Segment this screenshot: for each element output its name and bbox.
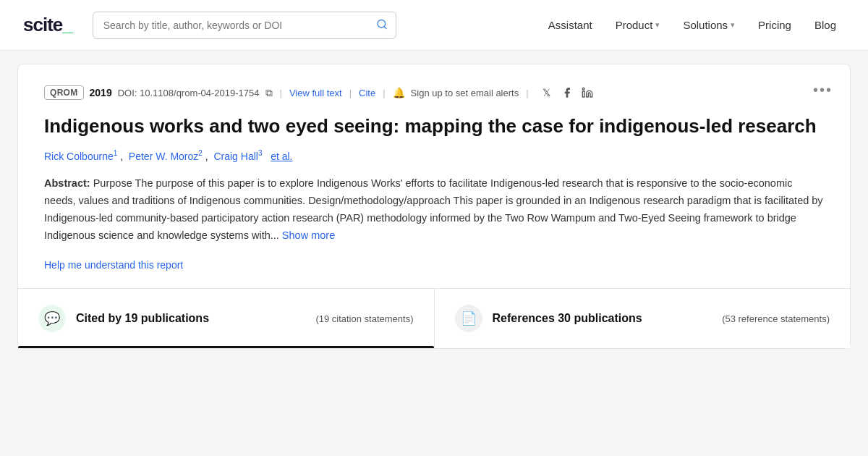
cited-by-count-text: (19 citation statements) xyxy=(315,313,413,324)
references-icon: 📄 xyxy=(455,305,482,332)
twitter-icon[interactable]: 𝕏 xyxy=(539,85,555,101)
nav-product[interactable]: Product ▾ xyxy=(607,13,669,37)
svg-line-1 xyxy=(384,26,386,28)
solutions-chevron-icon: ▾ xyxy=(731,20,735,30)
navbar: scite_ Assistant Product ▾ Solutions ▾ P… xyxy=(0,0,868,51)
help-report-link[interactable]: Help me understand this report xyxy=(44,259,183,271)
abstract-label: Abstract: xyxy=(44,177,90,189)
linkedin-icon[interactable] xyxy=(579,85,595,101)
product-chevron-icon: ▾ xyxy=(655,20,660,30)
nav-blog[interactable]: Blog xyxy=(806,13,845,37)
bell-icon: 🔔 xyxy=(393,87,405,98)
alert-text: Sign up to set email alerts xyxy=(411,88,519,98)
search-icon xyxy=(376,18,388,32)
cited-by-text: Cited by 19 publications xyxy=(76,311,209,326)
references-count-text: (53 reference statements) xyxy=(722,313,830,324)
cited-by-icon: 💬 xyxy=(38,305,66,332)
journal-badge: QROM xyxy=(44,85,84,100)
social-icons: 𝕏 xyxy=(539,85,595,101)
authors-list: Rick Colbourne1 , Peter W. Moroz2 , Crai… xyxy=(44,149,824,162)
facebook-icon[interactable] xyxy=(559,85,575,101)
separator-1: | xyxy=(280,88,282,98)
more-options-button[interactable]: ••• xyxy=(813,82,833,98)
nav-links: Assistant Product ▾ Solutions ▾ Pricing … xyxy=(540,13,845,37)
tab-references[interactable]: 📄 References 30 publications (53 referen… xyxy=(435,289,851,348)
copy-doi-icon[interactable]: ⧉ xyxy=(265,87,273,99)
abstract-text: Abstract: Purpose The purpose of this pa… xyxy=(44,175,824,245)
author-3[interactable]: Craig Hall3 xyxy=(213,151,265,162)
references-text: References 30 publications xyxy=(493,311,642,326)
paper-title: Indigenous works and two eyed seeing: ma… xyxy=(44,114,824,139)
doi-text: DOI: 10.1108/qrom-04-2019-1754 xyxy=(118,88,260,98)
tabs-row: 💬 Cited by 19 publications (19 citation … xyxy=(18,288,850,348)
logo-underscore: _ xyxy=(62,14,72,35)
svg-rect-2 xyxy=(582,91,584,97)
cite-link[interactable]: Cite xyxy=(359,88,375,98)
references-count: (53 reference statements) xyxy=(722,312,830,326)
meta-bar: QROM 2019 DOI: 10.1108/qrom-04-2019-1754… xyxy=(44,85,824,101)
show-more-link[interactable]: Show more xyxy=(282,229,335,241)
nav-pricing[interactable]: Pricing xyxy=(749,13,800,37)
author-2[interactable]: Peter W. Moroz2 xyxy=(129,151,205,162)
references-label: References 30 publications xyxy=(493,311,642,326)
abstract-body: Purpose The purpose of this paper is to … xyxy=(44,177,823,241)
nav-assistant[interactable]: Assistant xyxy=(540,13,601,37)
tab-cited-by[interactable]: 💬 Cited by 19 publications (19 citation … xyxy=(18,289,435,348)
et-al-link[interactable]: et al. xyxy=(271,151,292,162)
search-input[interactable] xyxy=(93,12,396,39)
separator-3: | xyxy=(383,88,385,98)
cited-by-label: Cited by 19 publications xyxy=(76,311,209,326)
search-wrap xyxy=(93,12,396,39)
site-logo[interactable]: scite_ xyxy=(23,14,72,36)
year-badge: 2019 xyxy=(90,87,112,98)
svg-point-3 xyxy=(582,88,584,90)
paper-card: ••• QROM 2019 DOI: 10.1108/qrom-04-2019-… xyxy=(17,64,851,349)
nav-solutions[interactable]: Solutions ▾ xyxy=(674,13,744,37)
cited-by-count: (19 citation statements) xyxy=(315,312,413,326)
view-full-text-link[interactable]: View full text xyxy=(289,88,342,98)
separator-4: | xyxy=(526,88,528,98)
author-1[interactable]: Rick Colbourne1 xyxy=(44,151,120,162)
separator-2: | xyxy=(349,88,352,98)
